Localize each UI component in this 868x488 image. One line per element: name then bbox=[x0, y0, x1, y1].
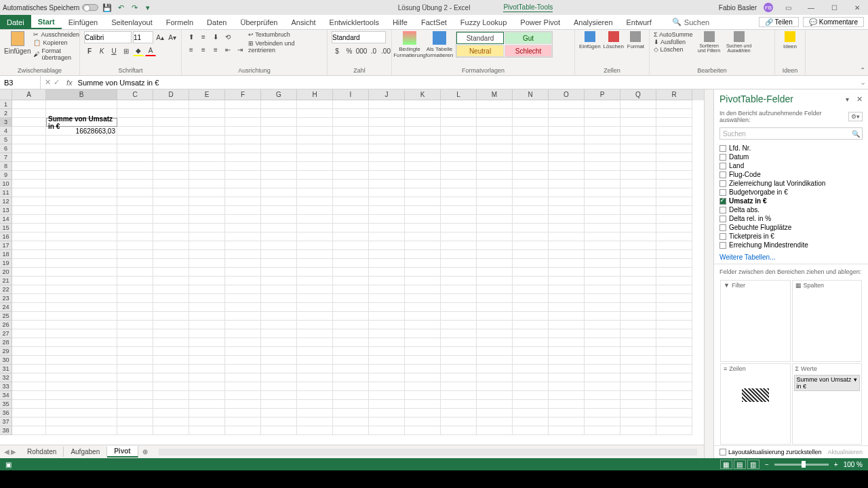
cell-I25[interactable] bbox=[333, 312, 369, 321]
cell-L7[interactable] bbox=[441, 153, 477, 162]
cell-R1[interactable] bbox=[656, 100, 692, 109]
cell-Q13[interactable] bbox=[620, 206, 656, 215]
cell-K27[interactable] bbox=[405, 329, 441, 338]
conditional-formatting-button[interactable]: Bedingte Formatierung bbox=[396, 31, 423, 58]
cell-R26[interactable] bbox=[656, 321, 692, 329]
cell-R5[interactable] bbox=[656, 136, 692, 144]
clear-button[interactable]: ◇ Löschen bbox=[654, 46, 693, 53]
cell-C4[interactable] bbox=[117, 127, 153, 136]
cell-P26[interactable] bbox=[585, 321, 620, 329]
cell-K22[interactable] bbox=[405, 285, 441, 294]
cell-I13[interactable] bbox=[333, 206, 369, 215]
cell-O7[interactable] bbox=[549, 153, 585, 162]
cell-H20[interactable] bbox=[297, 268, 333, 277]
cell-R37[interactable] bbox=[656, 418, 692, 426]
cell-N22[interactable] bbox=[513, 285, 549, 294]
cell-A37[interactable] bbox=[12, 418, 46, 426]
cell-H32[interactable] bbox=[297, 373, 333, 382]
page-layout-view-icon[interactable]: ▤ bbox=[734, 460, 746, 469]
cell-B16[interactable] bbox=[46, 232, 117, 241]
indent-dec-icon[interactable]: ⇤ bbox=[222, 44, 233, 55]
cell-H9[interactable] bbox=[297, 171, 333, 180]
cell-O19[interactable] bbox=[549, 259, 585, 268]
cell-M23[interactable] bbox=[477, 294, 513, 303]
cell-P9[interactable] bbox=[585, 171, 620, 180]
row-header-19[interactable]: 19 bbox=[0, 259, 12, 268]
cell-A2[interactable] bbox=[12, 109, 46, 118]
cell-C19[interactable] bbox=[117, 259, 153, 268]
cell-N13[interactable] bbox=[513, 206, 549, 215]
cell-G12[interactable] bbox=[261, 197, 297, 206]
cell-J27[interactable] bbox=[369, 329, 405, 338]
cell-J4[interactable] bbox=[369, 127, 405, 136]
cell-M9[interactable] bbox=[477, 171, 513, 180]
cell-D29[interactable] bbox=[153, 347, 189, 356]
field-item-1[interactable]: Datum bbox=[719, 152, 863, 161]
cell-I9[interactable] bbox=[333, 171, 369, 180]
col-header-E[interactable]: E bbox=[189, 89, 225, 100]
cell-P37[interactable] bbox=[585, 418, 620, 426]
row-header-25[interactable]: 25 bbox=[0, 312, 12, 321]
cell-E5[interactable] bbox=[189, 136, 225, 144]
cell-G1[interactable] bbox=[261, 100, 297, 109]
cell-J30[interactable] bbox=[369, 356, 405, 365]
cell-P2[interactable] bbox=[585, 109, 620, 118]
cell-Q31[interactable] bbox=[620, 365, 656, 373]
field-item-3[interactable]: Flug-Code bbox=[719, 170, 863, 179]
cell-I12[interactable] bbox=[333, 197, 369, 206]
cell-P36[interactable] bbox=[585, 409, 620, 418]
cell-A5[interactable] bbox=[12, 136, 46, 144]
cell-K7[interactable] bbox=[405, 153, 441, 162]
cell-H8[interactable] bbox=[297, 162, 333, 171]
row-header-26[interactable]: 26 bbox=[0, 321, 12, 329]
cell-B13[interactable] bbox=[46, 206, 117, 215]
columns-area[interactable]: ▦Spalten bbox=[792, 280, 863, 362]
cell-E11[interactable] bbox=[189, 188, 225, 197]
cell-E32[interactable] bbox=[189, 373, 225, 382]
cell-O31[interactable] bbox=[549, 365, 585, 373]
cell-F29[interactable] bbox=[225, 347, 261, 356]
row-header-16[interactable]: 16 bbox=[0, 232, 12, 241]
cell-G8[interactable] bbox=[261, 162, 297, 171]
cell-H37[interactable] bbox=[297, 418, 333, 426]
tab-daten[interactable]: Daten bbox=[200, 15, 233, 29]
select-all-corner[interactable] bbox=[0, 89, 12, 100]
autosave-toggle[interactable]: Automatisches Speichern bbox=[3, 4, 98, 12]
cell-J18[interactable] bbox=[369, 250, 405, 259]
cell-E22[interactable] bbox=[189, 285, 225, 294]
fill-button[interactable]: ⬇ Ausfüllen bbox=[654, 39, 693, 45]
cell-D32[interactable] bbox=[153, 373, 189, 382]
cell-I24[interactable] bbox=[333, 303, 369, 312]
orientation-icon[interactable]: ⟲ bbox=[222, 31, 233, 42]
cell-L18[interactable] bbox=[441, 250, 477, 259]
cell-I15[interactable] bbox=[333, 224, 369, 232]
cell-F17[interactable] bbox=[225, 241, 261, 250]
cell-K31[interactable] bbox=[405, 365, 441, 373]
cell-Q21[interactable] bbox=[620, 277, 656, 285]
cell-N3[interactable] bbox=[513, 118, 549, 127]
cell-A21[interactable] bbox=[12, 277, 46, 285]
cell-G20[interactable] bbox=[261, 268, 297, 277]
cell-C10[interactable] bbox=[117, 180, 153, 188]
cell-J32[interactable] bbox=[369, 373, 405, 382]
cell-M32[interactable] bbox=[477, 373, 513, 382]
align-middle-icon[interactable]: ≡ bbox=[198, 31, 209, 42]
cell-I29[interactable] bbox=[333, 347, 369, 356]
cell-M2[interactable] bbox=[477, 109, 513, 118]
cell-Q20[interactable] bbox=[620, 268, 656, 277]
cell-Q30[interactable] bbox=[620, 356, 656, 365]
paste-button[interactable]: Einfügen bbox=[4, 31, 31, 55]
save-icon[interactable]: 💾 bbox=[102, 3, 112, 12]
cell-D35[interactable] bbox=[153, 400, 189, 409]
tab-formeln[interactable]: Formeln bbox=[159, 15, 200, 29]
font-name-select[interactable] bbox=[84, 31, 132, 43]
cell-M20[interactable] bbox=[477, 268, 513, 277]
cell-G31[interactable] bbox=[261, 365, 297, 373]
cell-C18[interactable] bbox=[117, 250, 153, 259]
cell-F35[interactable] bbox=[225, 400, 261, 409]
col-header-Q[interactable]: Q bbox=[620, 89, 656, 100]
cell-K38[interactable] bbox=[405, 426, 441, 435]
cell-J38[interactable] bbox=[369, 426, 405, 435]
cell-E28[interactable] bbox=[189, 338, 225, 347]
cell-H3[interactable] bbox=[297, 118, 333, 127]
